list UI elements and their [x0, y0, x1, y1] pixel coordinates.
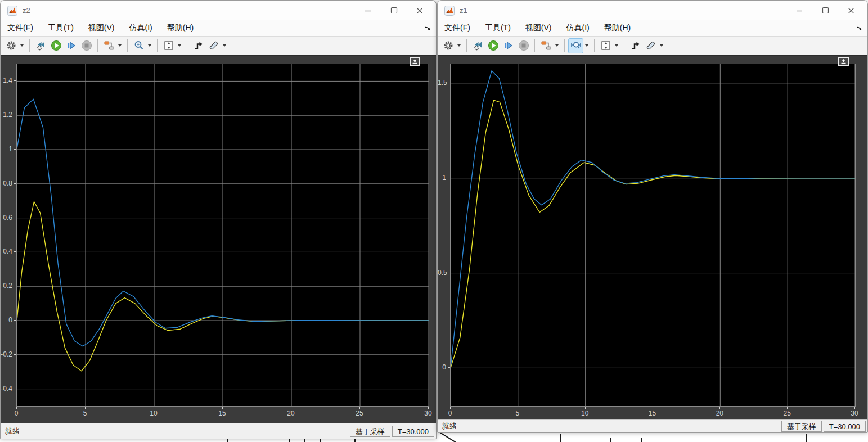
fit-to-view-icon[interactable] — [161, 38, 176, 53]
zoom-dropdown-caret[interactable] — [148, 44, 151, 47]
titlebar[interactable]: z2 — [1, 1, 436, 20]
menu-simulation[interactable]: 仿真(I) — [565, 22, 591, 34]
run-icon[interactable] — [485, 38, 501, 53]
y-tick-mark — [448, 83, 450, 83]
menubar: 文件(F) 工具(T) 视图(V) 仿真(I) 帮助(H) — [438, 20, 867, 37]
x-tick-mark — [428, 407, 429, 409]
background-model-fragment — [641, 438, 642, 442]
y-tick-mark — [14, 183, 16, 184]
x-tick-mark — [854, 407, 855, 409]
x-tick-mark — [585, 407, 586, 409]
x-tick-label: 5 — [78, 409, 92, 417]
expand-plot-button[interactable] — [410, 57, 420, 66]
step-forward-icon[interactable] — [64, 38, 79, 53]
status-sample-mode: 基于采样 — [781, 421, 822, 432]
menu-tools[interactable]: 工具(T) — [484, 22, 512, 34]
y-tick-mark — [14, 286, 16, 286]
x-tick-label: 0 — [443, 409, 457, 417]
fit-dropdown-caret[interactable] — [615, 44, 618, 47]
toolbar — [1, 37, 436, 56]
fit-dropdown-caret[interactable] — [178, 44, 181, 47]
settings-gear-icon[interactable] — [3, 38, 19, 53]
menu-help[interactable]: 帮助(H) — [603, 22, 632, 34]
zoom-x-icon[interactable] — [568, 38, 583, 53]
maximize-button[interactable] — [812, 2, 838, 19]
status-sim-time: T=30.000 — [392, 426, 434, 437]
y-tick-mark — [14, 389, 16, 389]
settings-gear-icon[interactable] — [440, 38, 456, 53]
menu-file[interactable]: 文件(F) — [443, 22, 471, 34]
x-tick-label: 15 — [646, 409, 659, 417]
y-tick-mark — [14, 80, 16, 81]
x-tick-label: 15 — [215, 409, 229, 417]
plot-frame: 1.510.50051015202530 — [438, 56, 867, 420]
x-tick-mark — [719, 407, 720, 409]
highlight-signal-icon[interactable] — [538, 38, 554, 53]
y-tick-mark — [14, 218, 16, 218]
stop-icon[interactable] — [516, 38, 531, 53]
status-sample-mode: 基于采样 — [350, 426, 390, 437]
zoom-dropdown-caret[interactable] — [585, 44, 588, 47]
stop-icon[interactable] — [79, 38, 94, 53]
trigger-icon[interactable] — [628, 38, 643, 53]
y-tick-label: -0.4 — [1, 385, 12, 393]
fit-to-view-icon[interactable] — [598, 38, 613, 53]
plot-frame: 1.41.210.80.60.40.20-0.2-0.4051015202530 — [1, 56, 436, 424]
menu-simulation[interactable]: 仿真(I) — [128, 22, 154, 34]
y-tick-mark — [14, 354, 16, 355]
titlebar[interactable]: z1 — [438, 1, 867, 20]
y-tick-label: 0.2 — [1, 282, 12, 290]
y-tick-label: 0 — [1, 316, 12, 324]
scope-window-z1: z1 文件(F) 工具(T) 视图(V) 仿真(I) 帮助(H) — [437, 0, 868, 433]
y-tick-mark — [448, 367, 450, 368]
menubar: 文件(F) 工具(T) 视图(V) 仿真(I) 帮助(H) — [1, 20, 436, 37]
menu-help[interactable]: 帮助(H) — [166, 22, 195, 34]
background-model-fragment — [610, 438, 611, 442]
menu-overflow-icon[interactable] — [856, 25, 863, 34]
zoom-in-icon[interactable] — [131, 38, 146, 53]
measurements-dropdown-caret[interactable] — [223, 44, 226, 47]
step-back-icon[interactable] — [470, 38, 485, 53]
y-tick-label: 1.4 — [1, 76, 12, 84]
statusbar: 就绪 基于采样 T=30.000 — [438, 419, 867, 432]
measurements-dropdown-caret[interactable] — [660, 44, 663, 47]
measurements-icon[interactable] — [643, 38, 658, 53]
highlight-dropdown-caret[interactable] — [555, 44, 559, 47]
settings-dropdown-caret[interactable] — [457, 44, 461, 47]
menu-view[interactable]: 视图(V) — [87, 22, 116, 34]
plot-canvas-z1[interactable] — [450, 64, 856, 407]
menu-tools[interactable]: 工具(T) — [47, 22, 75, 34]
x-tick-mark — [154, 407, 154, 409]
menu-file[interactable]: 文件(F) — [6, 22, 34, 34]
y-tick-label: -0.2 — [1, 350, 12, 358]
highlight-dropdown-caret[interactable] — [118, 44, 122, 47]
settings-dropdown-caret[interactable] — [20, 44, 24, 47]
x-tick-label: 0 — [10, 409, 23, 417]
close-button[interactable] — [838, 2, 864, 19]
window-title: z1 — [460, 6, 786, 15]
menu-view[interactable]: 视图(V) — [524, 22, 553, 34]
y-tick-mark — [448, 178, 450, 178]
maximize-button[interactable] — [381, 2, 407, 19]
minimize-button[interactable] — [786, 2, 812, 19]
y-tick-label: 0.8 — [1, 179, 12, 187]
x-tick-mark — [222, 407, 223, 409]
close-button[interactable] — [407, 2, 433, 19]
run-icon[interactable] — [48, 38, 64, 53]
y-tick-label: 1.5 — [438, 79, 446, 87]
x-tick-mark — [450, 407, 451, 409]
x-tick-mark — [359, 407, 360, 409]
x-tick-label: 5 — [511, 409, 524, 417]
measurements-icon[interactable] — [206, 38, 221, 53]
expand-plot-button[interactable] — [838, 57, 849, 66]
plot-canvas-z2[interactable] — [16, 64, 429, 407]
step-back-icon[interactable] — [33, 38, 48, 53]
highlight-signal-icon[interactable] — [101, 38, 116, 53]
trigger-icon[interactable] — [191, 38, 206, 53]
x-tick-label: 25 — [780, 409, 794, 417]
menu-overflow-icon[interactable] — [424, 25, 432, 34]
status-ready-text: 就绪 — [5, 426, 348, 436]
step-forward-icon[interactable] — [501, 38, 516, 53]
minimize-button[interactable] — [355, 2, 381, 19]
y-tick-label: 0 — [438, 363, 446, 371]
